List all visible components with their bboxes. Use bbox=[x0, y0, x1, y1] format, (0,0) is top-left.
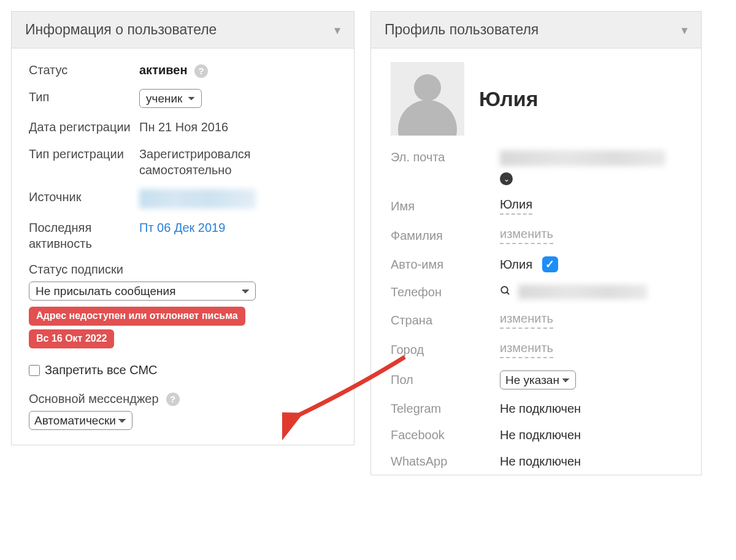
email-error-badge: Адрес недоступен или отклоняет письма bbox=[29, 307, 245, 326]
firstname-label: Имя bbox=[391, 199, 495, 213]
profile-name: Юлия bbox=[479, 87, 539, 111]
lastname-label: Фамилия bbox=[391, 229, 495, 243]
regdate-label: Дата регистрации bbox=[29, 119, 133, 135]
autoname-checkbox[interactable]: ✓ bbox=[542, 256, 558, 272]
phone-value-redacted bbox=[518, 285, 647, 299]
user-info-title: Информация о пользователе bbox=[25, 21, 217, 38]
country-input[interactable]: изменить bbox=[500, 312, 553, 329]
user-profile-title: Профиль пользователя bbox=[385, 21, 539, 38]
user-info-panel: Информация о пользователе ▾ Статус актив… bbox=[11, 11, 355, 445]
autoname-value: Юлия bbox=[500, 258, 532, 272]
type-select[interactable]: ученик bbox=[139, 89, 202, 108]
expand-icon[interactable]: ⌄ bbox=[500, 172, 513, 185]
firstname-input[interactable]: Юлия bbox=[500, 198, 532, 215]
source-value-redacted bbox=[139, 189, 256, 209]
autoname-label: Авто-имя bbox=[391, 258, 495, 272]
search-icon[interactable] bbox=[500, 285, 511, 299]
user-profile-header[interactable]: Профиль пользователя ▾ bbox=[371, 12, 701, 48]
email-error-date-badge: Вс 16 Окт 2022 bbox=[29, 329, 114, 348]
help-icon[interactable]: ? bbox=[194, 64, 208, 78]
avatar[interactable] bbox=[391, 62, 464, 136]
phone-label: Телефон bbox=[391, 285, 495, 299]
lastname-input[interactable]: изменить bbox=[500, 227, 553, 244]
gender-label: Пол bbox=[391, 373, 495, 387]
mainmsg-select[interactable]: Автоматически bbox=[29, 411, 132, 430]
facebook-label: Facebook bbox=[391, 428, 495, 442]
email-label: Эл. почта bbox=[391, 150, 495, 164]
city-label: Город bbox=[391, 343, 495, 357]
chevron-down-icon: ▾ bbox=[681, 23, 688, 37]
country-label: Страна bbox=[391, 313, 495, 328]
mainmsg-label: Основной мессенджер bbox=[29, 392, 159, 406]
lastact-label: Последняя активность bbox=[29, 220, 133, 251]
regtype-label: Тип регистрации bbox=[29, 146, 133, 162]
help-icon[interactable]: ? bbox=[166, 393, 180, 406]
source-label: Источник bbox=[29, 189, 133, 205]
user-profile-panel: Профиль пользователя ▾ Юлия Эл. почта ⌄ … bbox=[370, 11, 702, 475]
regdate-value: Пн 21 Ноя 2016 bbox=[139, 119, 228, 135]
block-sms-checkbox[interactable] bbox=[29, 365, 40, 376]
telegram-value: Не подключен bbox=[500, 402, 581, 416]
whatsapp-value: Не подключен bbox=[500, 455, 581, 469]
telegram-label: Telegram bbox=[391, 402, 495, 416]
whatsapp-label: WhatsApp bbox=[391, 455, 495, 469]
status-value: активен bbox=[139, 63, 187, 77]
status-label: Статус bbox=[29, 62, 133, 78]
substatus-label: Статус подписки bbox=[29, 263, 337, 277]
email-value-redacted bbox=[500, 150, 665, 166]
type-label: Тип bbox=[29, 89, 133, 105]
lastact-value[interactable]: Пт 06 Дек 2019 bbox=[139, 220, 225, 236]
svg-point-0 bbox=[501, 286, 508, 293]
gender-select[interactable]: Не указан bbox=[500, 370, 576, 389]
substatus-select[interactable]: Не присылать сообщения bbox=[29, 282, 256, 301]
facebook-value: Не подключен bbox=[500, 428, 581, 442]
user-info-header[interactable]: Информация о пользователе ▾ bbox=[12, 12, 354, 48]
regtype-value: Зарегистрировался самостоятельно bbox=[139, 146, 337, 178]
block-sms-label: Запретить все СМС bbox=[45, 363, 158, 377]
city-input[interactable]: изменить bbox=[500, 341, 553, 358]
svg-line-1 bbox=[507, 292, 509, 294]
chevron-down-icon: ▾ bbox=[334, 23, 340, 37]
